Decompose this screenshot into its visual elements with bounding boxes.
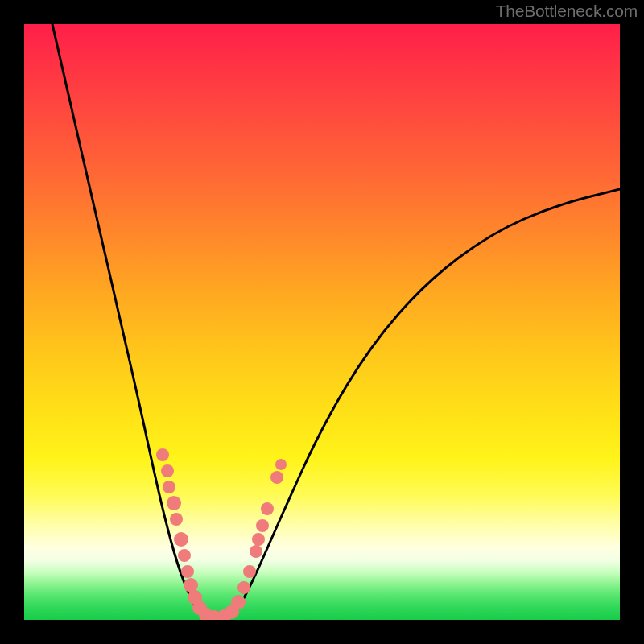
- curve-layer: [24, 24, 620, 620]
- data-point: [270, 471, 283, 484]
- data-point: [181, 565, 194, 578]
- data-point: [237, 581, 250, 594]
- data-point: [174, 532, 188, 547]
- bottleneck-curve: [52, 24, 620, 619]
- data-point: [178, 549, 191, 562]
- data-point: [275, 459, 287, 470]
- data-point: [261, 502, 274, 515]
- data-point: [156, 448, 169, 461]
- data-point: [170, 513, 183, 526]
- data-point: [243, 565, 256, 578]
- data-point: [256, 519, 269, 532]
- data-points: [156, 448, 287, 620]
- data-point: [163, 481, 175, 493]
- data-point: [252, 533, 265, 546]
- plot-area: [24, 24, 620, 620]
- data-point: [250, 545, 262, 558]
- watermark-text: TheBottleneck.com: [496, 2, 638, 21]
- data-point: [161, 464, 174, 477]
- chart-frame: TheBottleneck.com: [0, 0, 644, 644]
- data-point: [231, 595, 246, 609]
- data-point: [167, 496, 181, 510]
